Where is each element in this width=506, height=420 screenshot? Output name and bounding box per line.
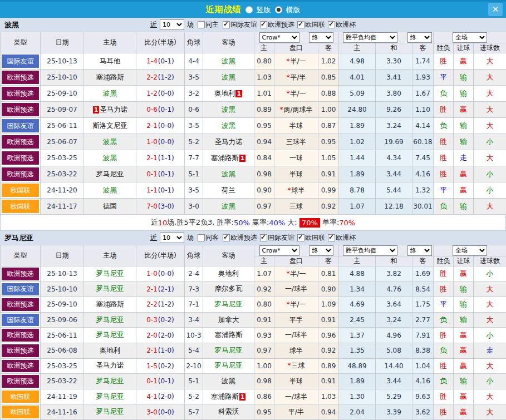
result-cell: 胜 bbox=[434, 281, 454, 297]
avg-home-cell: 2.45 bbox=[339, 312, 376, 328]
avg-draw-cell: 5.08 bbox=[376, 343, 412, 358]
competition-filter[interactable]: 国际友谊 bbox=[257, 233, 294, 243]
col-handicap: 盘口 bbox=[274, 43, 318, 53]
competition-checkbox[interactable] bbox=[328, 234, 335, 241]
recent-label[interactable]: 近 bbox=[150, 233, 157, 243]
avg-away-cell: 1.93 bbox=[412, 70, 434, 86]
window-title: 近期战绩 bbox=[206, 4, 242, 15]
handicap-result-cell: 走 bbox=[454, 150, 474, 166]
fulltime-score: 7-0 bbox=[146, 202, 158, 210]
away-odds-cell: 0.90 bbox=[318, 281, 339, 297]
close-icon[interactable]: ✕ bbox=[488, 3, 503, 16]
home-team-cell: 罗马尼亚 bbox=[84, 312, 136, 328]
star-mark: * bbox=[286, 300, 289, 308]
competition-filter[interactable]: 欧洲预选 bbox=[220, 233, 257, 243]
same-venue-filter[interactable]: 同客 bbox=[195, 233, 219, 243]
team-label: 波黑 bbox=[222, 377, 235, 385]
fulltime-score: 1-5 bbox=[146, 362, 158, 370]
summary-segment: 近 bbox=[151, 218, 158, 228]
result-cell: 胜 bbox=[434, 266, 454, 282]
halftime-score: (0-1) bbox=[158, 57, 174, 65]
avg-stage-select[interactable]: 终 bbox=[407, 245, 432, 256]
goals-cell: 大 bbox=[474, 281, 506, 297]
score-cell: 0-1(0-1) bbox=[136, 166, 185, 182]
avg-home-cell: 1.02 bbox=[339, 134, 376, 150]
handicap-cell: *两/两球半 bbox=[274, 102, 318, 118]
competition-checkbox[interactable] bbox=[260, 21, 267, 28]
competition-filter[interactable]: 欧洲杯 bbox=[325, 20, 356, 29]
date-cell: 25-06-11 bbox=[41, 328, 84, 343]
date-cell: 25-03-22 bbox=[41, 374, 84, 389]
avg-draw-cell: 3.24 bbox=[376, 118, 412, 134]
bookmaker-select[interactable]: Crow* bbox=[259, 245, 299, 256]
halftime-score: (0-1) bbox=[158, 377, 174, 385]
match-count-select[interactable]: 10 bbox=[160, 233, 184, 243]
recent-label[interactable]: 近 bbox=[150, 20, 157, 29]
date-cell: 24-11-16 bbox=[41, 404, 84, 420]
summary-segment: 70% bbox=[339, 219, 355, 227]
away-team-cell: 圣马力诺 bbox=[203, 134, 254, 150]
home-odds-cell: 0.93 bbox=[254, 328, 274, 343]
team-label: 罗马尼亚 bbox=[96, 284, 124, 293]
team-label: 塞浦路斯 bbox=[211, 392, 239, 401]
same-venue-checkbox[interactable] bbox=[198, 21, 205, 28]
date-cell: 25-09-10 bbox=[41, 297, 84, 313]
team-label: 波黑 bbox=[222, 57, 235, 65]
away-team-cell: 奥地利1 bbox=[203, 86, 254, 102]
type-cell: 国际友谊 bbox=[1, 312, 41, 328]
competition-checkbox[interactable] bbox=[297, 21, 304, 28]
competition-checkbox[interactable] bbox=[328, 21, 335, 28]
odds-stage-select[interactable]: 终 bbox=[309, 245, 333, 256]
same-venue-checkbox[interactable] bbox=[198, 234, 205, 241]
competition-checkbox[interactable] bbox=[223, 234, 230, 241]
summary-segment: 大: bbox=[285, 218, 299, 228]
competition-checkbox[interactable] bbox=[297, 234, 304, 241]
score-cell: 1-5(0-2) bbox=[136, 358, 185, 374]
avg-home-cell: 48.89 bbox=[339, 358, 376, 374]
horizontal-layout-radio[interactable] bbox=[275, 6, 282, 13]
same-venue-filter[interactable]: 同主 bbox=[195, 20, 219, 29]
corner-cell: 3-5 bbox=[185, 118, 203, 134]
home-team-cell: 塞浦路斯 bbox=[84, 70, 136, 86]
match-row: 欧国联24-11-16罗马尼亚3-0(0-0)5-7科索沃0.95平/半0.94… bbox=[1, 404, 506, 420]
avg-type-select[interactable]: 胜平负均值 bbox=[343, 245, 397, 256]
avg-draw-cell: 3.44 bbox=[376, 374, 412, 389]
competition-filter[interactable]: 欧洲预选 bbox=[257, 20, 294, 29]
bookmaker-select[interactable]: Crow* bbox=[259, 32, 299, 43]
goals-cell: 大 bbox=[474, 150, 506, 166]
competition-filter[interactable]: 欧国联 bbox=[294, 20, 325, 29]
result-cell: 胜 bbox=[434, 389, 454, 404]
corner-cell: 2-4 bbox=[185, 266, 203, 282]
col-away: 客场 bbox=[203, 245, 254, 266]
competition-checkbox[interactable] bbox=[223, 21, 230, 28]
handicap-cell: 平/半 bbox=[274, 404, 318, 420]
halftime-score: (0-1) bbox=[158, 186, 174, 194]
halftime-score: (1-0) bbox=[158, 347, 174, 354]
scope-select[interactable]: 全场 bbox=[453, 32, 487, 43]
team-label: 德国 bbox=[103, 202, 117, 210]
vertical-layout-radio[interactable] bbox=[245, 6, 253, 13]
odds-stage-select[interactable]: 终 bbox=[309, 32, 333, 43]
team-label: 波黑 bbox=[103, 137, 117, 146]
fulltime-score: 0-3 bbox=[146, 316, 158, 324]
scope-select[interactable]: 全场 bbox=[453, 245, 487, 256]
team-label: 波黑 bbox=[222, 170, 235, 178]
team-label: 摩尔多瓦 bbox=[215, 284, 243, 293]
competition-filter[interactable]: 欧洲杯 bbox=[325, 233, 356, 243]
result-cell: 平 bbox=[434, 297, 454, 313]
competition-filter[interactable]: 欧国联 bbox=[294, 233, 325, 243]
handicap-cell: *半/一 bbox=[274, 86, 318, 102]
competition-checkbox[interactable] bbox=[260, 234, 267, 241]
competition-filter[interactable]: 国际友谊 bbox=[220, 20, 257, 29]
avg-away-cell: 1.67 bbox=[412, 86, 434, 102]
avg-away-cell: 8.54 bbox=[412, 281, 434, 297]
avg-stage-select[interactable]: 终 bbox=[407, 32, 432, 43]
avg-type-select[interactable]: 胜平负均值 bbox=[343, 32, 397, 43]
corner-cell: 5-2 bbox=[185, 389, 203, 404]
star-mark: * bbox=[279, 106, 283, 113]
red-card-badge: 1 bbox=[239, 393, 246, 401]
match-count-select[interactable]: 10 bbox=[160, 19, 184, 30]
result-cell: 平 bbox=[434, 70, 454, 86]
competition-filters: 国际友谊欧洲预选欧国联欧洲杯 bbox=[220, 20, 356, 29]
goals-cell: 小 bbox=[474, 266, 506, 282]
